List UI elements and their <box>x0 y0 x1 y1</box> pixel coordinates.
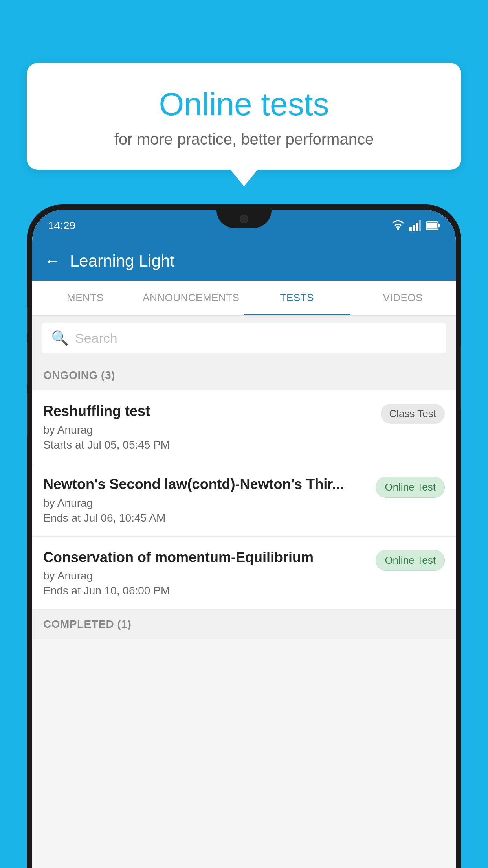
status-time: 14:29 <box>48 219 75 232</box>
phone-side-btn-power <box>460 346 461 409</box>
notch <box>216 210 272 228</box>
svg-rect-6 <box>438 224 440 227</box>
tab-ments[interactable]: MENTS <box>32 281 138 315</box>
back-button[interactable]: ← <box>44 252 61 270</box>
test-item-title: Conservation of momentum-Equilibrium <box>43 548 369 567</box>
camera <box>240 215 248 223</box>
test-item-date: Ends at Jul 06, 10:45 AM <box>43 512 369 524</box>
phone-side-btn-vol-up <box>27 307 28 334</box>
tab-tests[interactable]: TESTS <box>244 281 350 315</box>
test-item[interactable]: Conservation of momentum-Equilibrium by … <box>32 537 456 610</box>
test-item[interactable]: Reshuffling test by Anurag Starts at Jul… <box>32 390 456 463</box>
svg-point-0 <box>397 228 399 230</box>
test-item-content: Reshuffling test by Anurag Starts at Jul… <box>43 402 374 451</box>
battery-icon <box>426 220 440 231</box>
test-badge-online: Online Test <box>376 477 445 498</box>
phone-screen: 14:29 <box>32 210 456 868</box>
tabs-container: MENTS ANNOUNCEMENTS TESTS VIDEOS <box>32 281 456 316</box>
bubble-title: Online tests <box>46 86 442 122</box>
test-badge-online-2: Online Test <box>376 550 445 571</box>
test-item-content: Conservation of momentum-Equilibrium by … <box>43 548 369 598</box>
search-placeholder: Search <box>75 331 117 346</box>
test-item-date: Starts at Jul 05, 05:45 PM <box>43 439 374 451</box>
test-item[interactable]: Newton's Second law(contd)-Newton's Thir… <box>32 463 456 537</box>
test-item-author: by Anurag <box>43 424 374 436</box>
signal-icon <box>409 220 421 231</box>
tab-videos[interactable]: VIDEOS <box>350 281 456 315</box>
test-item-content: Newton's Second law(contd)-Newton's Thir… <box>43 475 369 524</box>
wifi-icon <box>391 220 405 231</box>
phone-side-btn-extra <box>27 393 28 436</box>
speech-bubble: Online tests for more practice, better p… <box>27 63 461 170</box>
svg-rect-4 <box>419 220 421 231</box>
tab-announcements[interactable]: ANNOUNCEMENTS <box>138 281 244 315</box>
ongoing-section-header: ONGOING (3) <box>32 360 456 390</box>
phone-frame: 14:29 <box>27 204 461 868</box>
status-icons <box>391 220 440 231</box>
test-item-date: Ends at Jun 10, 06:00 PM <box>43 585 369 597</box>
search-container: 🔍 Search <box>32 316 456 360</box>
svg-rect-1 <box>409 227 412 231</box>
search-bar[interactable]: 🔍 Search <box>42 323 446 353</box>
test-item-title: Reshuffling test <box>43 402 374 421</box>
app-bar: ← Learning Light <box>32 241 456 281</box>
svg-rect-2 <box>413 225 415 231</box>
test-item-author: by Anurag <box>43 497 369 509</box>
status-bar: 14:29 <box>32 210 456 241</box>
test-badge-class: Class Test <box>381 404 445 424</box>
test-item-author: by Anurag <box>43 570 369 582</box>
svg-rect-7 <box>427 223 437 229</box>
bubble-subtitle: for more practice, better performance <box>46 131 442 148</box>
svg-rect-3 <box>416 223 418 231</box>
phone-side-btn-vol-down <box>27 342 28 385</box>
app-bar-title: Learning Light <box>70 252 174 270</box>
search-icon: 🔍 <box>51 330 69 346</box>
completed-section-header: COMPLETED (1) <box>32 609 456 639</box>
test-item-title: Newton's Second law(contd)-Newton's Thir… <box>43 475 369 494</box>
